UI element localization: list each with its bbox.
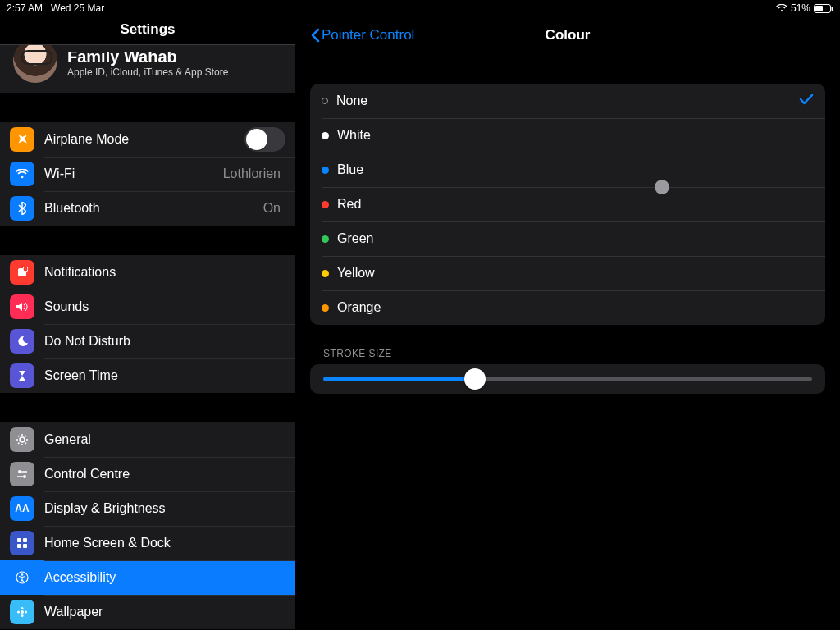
option-label: White [337,128,371,143]
slider-thumb[interactable] [464,368,486,390]
svg-rect-9 [23,538,27,542]
profile-sub: Apple ID, iCloud, iTunes & App Store [67,66,228,78]
grid-icon [10,531,34,555]
colour-option-yellow[interactable]: Yellow [310,256,825,290]
bluetooth-icon [10,196,34,221]
svg-point-5 [20,437,25,442]
gear-icon [10,427,34,452]
colour-option-white[interactable]: White [310,118,825,153]
stroke-size-slider[interactable] [323,377,812,381]
flower-icon [10,600,34,624]
swatch-icon [322,167,329,174]
option-label: Orange [337,300,381,315]
stroke-size-slider-card [310,364,825,394]
profile-name: Family Wahab [67,52,228,66]
option-label: Blue [337,162,363,177]
svg-point-14 [21,610,24,614]
sidebar-item-accessibility[interactable]: Accessibility [0,560,295,595]
sidebar-item-dnd[interactable]: Do Not Disturb [0,324,295,358]
back-label: Pointer Control [322,27,414,43]
svg-point-16 [21,614,24,617]
svg-rect-11 [23,544,27,548]
colour-option-red[interactable]: Red [310,187,825,221]
sliders-icon [10,462,34,486]
svg-point-17 [17,611,20,614]
sidebar-group-alerts: Notifications Sounds Do Not Disturb Scre… [0,255,295,393]
aa-icon: AA [10,496,34,521]
svg-point-6 [18,470,21,473]
swatch-icon [322,304,329,312]
colour-options-card: NoneWhiteBlueRedGreenYellowOrange [310,84,825,325]
detail-pane: Pointer Control Colour NoneWhiteBlueRedG… [295,16,840,630]
apple-id-row[interactable]: Family Wahab Apple ID, iCloud, iTunes & … [0,44,295,93]
moon-icon [10,329,34,354]
sidebar-item-sounds[interactable]: Sounds [0,290,295,324]
sidebar-item-bluetooth[interactable]: Bluetooth On [0,191,295,226]
sidebar-group-system: General Control Centre AA Display & Brig… [0,422,295,629]
status-bar: 2:57 AM Wed 25 Mar 51% [0,0,840,16]
option-label: Red [337,197,361,212]
svg-point-18 [25,611,27,614]
svg-point-13 [21,573,24,576]
option-label: Yellow [337,266,375,281]
svg-rect-8 [17,538,21,542]
avatar [13,44,57,83]
wifi-icon [776,4,788,12]
settings-sidebar: Settings Family Wahab Apple ID, iCloud, … [0,16,295,630]
checkmark-icon [799,94,814,108]
swatch-icon [322,132,329,139]
sidebar-item-controlcentre[interactable]: Control Centre [0,457,295,491]
airplane-icon [10,127,34,152]
pointer-cursor [655,180,669,194]
colour-option-none[interactable]: None [310,84,825,118]
sidebar-item-airplane[interactable]: Airplane Mode [0,122,295,157]
status-battery: 51% [791,2,810,14]
svg-point-7 [23,475,26,478]
airplane-toggle[interactable] [244,127,285,152]
sidebar-item-homescreen[interactable]: Home Screen & Dock [0,526,295,560]
chevron-left-icon [310,28,320,43]
swatch-icon [322,201,329,208]
svg-point-4 [23,267,28,272]
svg-point-15 [21,607,24,609]
notifications-icon [10,260,34,285]
sidebar-item-wallpaper[interactable]: Wallpaper [0,595,295,629]
sidebar-item-notifications[interactable]: Notifications [0,255,295,290]
sidebar-item-wifi[interactable]: Wi-Fi Lothlorien [0,157,295,191]
accessibility-icon [10,565,34,590]
sidebar-title: Settings [0,16,295,44]
option-label: None [336,94,368,108]
colour-option-blue[interactable]: Blue [310,153,825,187]
svg-rect-1 [815,6,823,11]
wifi-value: Lothlorien [223,167,285,181]
svg-rect-2 [832,7,833,11]
status-time: 2:57 AM [7,2,43,14]
svg-rect-10 [17,544,21,548]
sidebar-item-display[interactable]: AA Display & Brightness [0,491,295,526]
sidebar-item-screentime[interactable]: Screen Time [0,358,295,393]
sidebar-item-general[interactable]: General [0,422,295,457]
bluetooth-value: On [263,201,285,216]
option-label: Green [337,231,373,246]
stroke-size-header: Stroke Size [323,348,825,359]
sounds-icon [10,294,34,319]
swatch-icon [322,270,329,277]
swatch-icon [322,235,329,243]
sidebar-group-connectivity: Airplane Mode Wi-Fi Lothlorien Bluetooth… [0,122,295,226]
colour-option-orange[interactable]: Orange [310,290,825,325]
hourglass-icon [10,363,34,388]
battery-icon [814,4,833,13]
wifi-settings-icon [10,162,34,186]
colour-option-green[interactable]: Green [310,221,825,256]
swatch-icon [322,98,328,104]
back-button[interactable]: Pointer Control [310,27,414,43]
status-date: Wed 25 Mar [51,2,104,14]
